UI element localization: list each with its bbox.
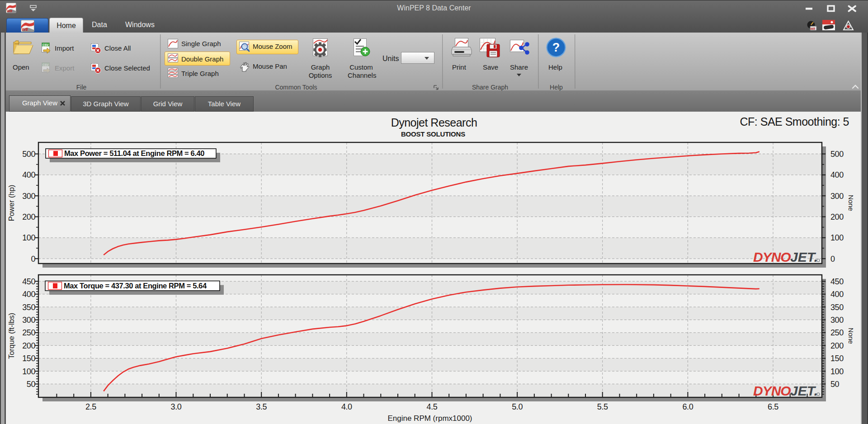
svg-text:150: 150 xyxy=(22,354,35,363)
svg-text:100: 100 xyxy=(22,233,35,242)
svg-text:None: None xyxy=(847,328,855,344)
svg-text:CSV: CSV xyxy=(42,43,49,47)
svg-text:3.5: 3.5 xyxy=(256,402,267,411)
svg-text:CF: SAE Smoothing: 5: CF: SAE Smoothing: 5 xyxy=(740,115,849,128)
svg-text:450: 450 xyxy=(22,277,35,286)
svg-text:Power (hp): Power (hp) xyxy=(7,185,15,221)
svg-text:JET.: JET. xyxy=(790,383,818,398)
svg-text:5.5: 5.5 xyxy=(597,402,608,411)
svg-text:300: 300 xyxy=(22,316,35,325)
svg-text:Max Torque = 437.30 at Engine: Max Torque = 437.30 at Engine RPM = 5.64 xyxy=(64,282,207,290)
svg-text:None: None xyxy=(847,195,855,211)
svg-text:Torque (ft-lbs): Torque (ft-lbs) xyxy=(7,313,15,359)
svg-text:4.5: 4.5 xyxy=(427,402,438,411)
svg-text:150: 150 xyxy=(830,354,844,363)
svg-text:5.0: 5.0 xyxy=(512,402,523,411)
svg-text:6.5: 6.5 xyxy=(768,402,778,411)
svg-text:400: 400 xyxy=(22,290,35,299)
svg-text:Max Power = 511.04 at Engine R: Max Power = 511.04 at Engine RPM = 6.40 xyxy=(64,149,204,157)
svg-text:300: 300 xyxy=(22,192,35,201)
svg-text:400: 400 xyxy=(830,170,844,179)
svg-text:450: 450 xyxy=(830,277,844,286)
svg-text:500: 500 xyxy=(830,150,844,159)
svg-text:0: 0 xyxy=(31,254,35,264)
svg-text:300: 300 xyxy=(830,316,844,325)
svg-text:DYNO: DYNO xyxy=(753,250,791,264)
svg-text:200: 200 xyxy=(830,341,844,350)
svg-text:2.5: 2.5 xyxy=(85,402,96,411)
svg-text:200: 200 xyxy=(830,212,844,221)
svg-text:350: 350 xyxy=(22,303,35,312)
svg-text:100: 100 xyxy=(830,233,844,242)
svg-text:W8: W8 xyxy=(22,27,28,32)
svg-text:100: 100 xyxy=(830,367,844,376)
svg-text:Dynojet Research: Dynojet Research xyxy=(391,116,477,129)
svg-text:Engine RPM (rpmx1000): Engine RPM (rpmx1000) xyxy=(387,414,472,423)
svg-text:300: 300 xyxy=(830,192,844,201)
svg-text:200: 200 xyxy=(22,212,35,221)
svg-text:250: 250 xyxy=(830,328,844,337)
svg-text:BOOST SOLUTIONS: BOOST SOLUTIONS xyxy=(401,130,465,138)
svg-text:4.0: 4.0 xyxy=(341,402,352,411)
svg-text:100: 100 xyxy=(22,367,35,376)
svg-text:50: 50 xyxy=(830,380,840,389)
svg-text:350: 350 xyxy=(830,303,844,312)
svg-text:3.0: 3.0 xyxy=(171,402,182,411)
svg-text:W8: W8 xyxy=(811,27,816,30)
svg-text:50: 50 xyxy=(27,380,36,389)
svg-text:JET.: JET. xyxy=(790,250,818,264)
svg-text:200: 200 xyxy=(22,341,35,350)
svg-text:500: 500 xyxy=(22,150,35,159)
svg-text:DYNO: DYNO xyxy=(753,383,791,398)
svg-text:400: 400 xyxy=(830,290,844,299)
svg-text:250: 250 xyxy=(22,328,35,337)
svg-text:0: 0 xyxy=(830,254,835,264)
svg-text:6.0: 6.0 xyxy=(682,402,693,411)
svg-text:CSV: CSV xyxy=(42,63,49,66)
svg-text:400: 400 xyxy=(22,170,35,179)
svg-text:?: ? xyxy=(552,41,560,54)
